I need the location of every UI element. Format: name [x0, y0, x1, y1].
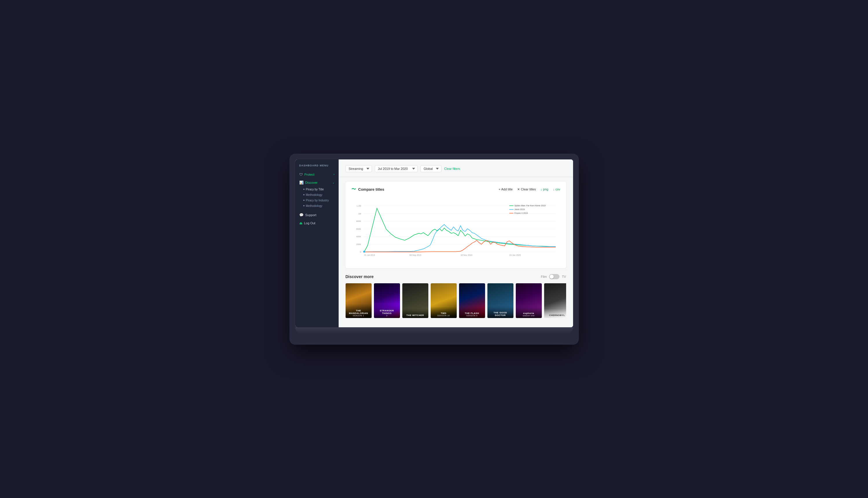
poster-label-euphoria: euphoriaseason one [516, 307, 542, 318]
sidebar-label-logout: Log Out [304, 221, 315, 225]
svg-text:400K: 400K [356, 235, 361, 238]
poster-label-chernobyl: CHERNOBYL [544, 309, 566, 318]
compare-title-text: Compare titles [358, 187, 384, 192]
compare-actions: + Add title ✕ Clear titles ↓ png ↓ csv [499, 187, 560, 191]
logout-icon: ⏏ [299, 221, 302, 225]
svg-text:24 Jan 2020: 24 Jan 2020 [509, 254, 521, 257]
poster-twd[interactable]: TWDSEASON 10 [431, 283, 457, 318]
support-icon: 💬 [299, 213, 304, 217]
svg-text:Joker 2019: Joker 2019 [514, 208, 525, 211]
export-png-button[interactable]: ↓ png [541, 187, 549, 191]
dot-piracy-industry [303, 200, 304, 201]
sidebar-item-protect[interactable]: 🛡 Protect › [295, 170, 339, 179]
clear-titles-button[interactable]: ✕ Clear titles [517, 187, 536, 191]
sidebar-label-discover: Discover [305, 181, 318, 184]
filters-bar: Streaming Theatrical All Jul 2019 to Mar… [345, 165, 566, 172]
main-content: Streaming Theatrical All Jul 2019 to Mar… [339, 159, 573, 327]
streaming-filter[interactable]: Streaming Theatrical All [345, 165, 372, 172]
wave-icon: 〜 [351, 186, 356, 193]
poster-stranger2[interactable]: STRANGER THINGS3 [374, 283, 400, 318]
svg-text:0: 0 [360, 251, 361, 253]
sidebar-label-protect: Protect [304, 173, 315, 176]
add-title-button[interactable]: + Add title [499, 187, 513, 191]
dot-methodology-1 [303, 194, 304, 195]
clear-filters-button[interactable]: Clear filters [444, 167, 460, 170]
sidebar-sub-methodology-2[interactable]: Methodology [295, 203, 339, 209]
posters-row: THE MANDALORIANSEASON 1 STRANGER THINGS3… [345, 283, 566, 318]
poster-label-mandalorian: THE MANDALORIANSEASON 1 [345, 304, 372, 318]
poster-label-witcher: THE WITCHER [402, 309, 428, 318]
svg-text:16 Nov 2019: 16 Nov 2019 [460, 254, 472, 257]
sidebar-item-discover[interactable]: 📊 Discover ⌄ [295, 179, 339, 187]
compare-title-block: 〜 Compare titles [351, 186, 384, 193]
svg-text:01 Jul 2019: 01 Jul 2019 [364, 254, 375, 257]
poster-flash[interactable]: THE FLASHSEASON 6 [459, 283, 485, 318]
discover-section: Discover more Film TV THE MANDALORIANSEA… [345, 274, 566, 318]
svg-text:600K: 600K [356, 227, 361, 230]
poster-label-flash: THE FLASHSEASON 6 [459, 307, 485, 318]
poster-label-twd: TWDSEASON 10 [431, 307, 457, 318]
sidebar-item-support[interactable]: 💬 Support [295, 211, 339, 219]
tv-label: TV [562, 275, 566, 278]
discover-header: Discover more Film TV [345, 274, 566, 279]
sidebar-item-logout[interactable]: ⏏ Log Out [295, 219, 339, 227]
dot-methodology-2 [303, 205, 304, 206]
film-tv-toggle[interactable] [549, 274, 560, 279]
svg-rect-21 [509, 209, 513, 210]
discover-title: Discover more [345, 274, 374, 279]
sidebar-label-support: Support [305, 213, 317, 217]
sidebar-sub-piracy-title[interactable]: Piracy by Title [295, 187, 339, 192]
poster-label-stranger2: STRANGER THINGS3 [374, 304, 400, 318]
svg-text:200K: 200K [356, 243, 361, 245]
film-tv-toggle-area: Film TV [541, 274, 566, 279]
sidebar-label-methodology-1: Methodology [306, 193, 323, 196]
svg-text:800K: 800K [356, 220, 361, 223]
sidebar-label-piracy-industry: Piracy by Industry [306, 199, 329, 202]
sidebar-sub-piracy-industry[interactable]: Piracy by Industry [295, 198, 339, 203]
date-filter[interactable]: Jul 2019 to Mar 2020 Jan 2019 to Dec 201… [375, 165, 418, 172]
sidebar: DASHBOARD MENU 🛡 Protect › 📊 Discover ⌄ … [295, 159, 339, 327]
poster-gooddoctor[interactable]: THE GOOD DOCTOR [487, 283, 513, 318]
poster-label-gooddoctor: THE GOOD DOCTOR [487, 306, 513, 318]
sidebar-label-methodology-2: Methodology [306, 204, 323, 208]
poster-euphoria[interactable]: euphoriaseason one [516, 283, 542, 318]
protect-icon: 🛡 [299, 172, 303, 176]
svg-text:1.2M: 1.2M [356, 205, 361, 207]
svg-text:08 Sep 2019: 08 Sep 2019 [409, 254, 421, 257]
poster-witcher[interactable]: THE WITCHER [402, 283, 428, 318]
poster-chernobyl[interactable]: CHERNOBYL [544, 283, 566, 318]
region-filter[interactable]: Global US EU APAC [421, 165, 442, 172]
chart-area: 1.2M 1M 800K 600K 400K 200K 0 01 Jul 201… [351, 197, 560, 264]
sidebar-label-piracy-title: Piracy by Title [306, 188, 324, 191]
filter-divider [339, 177, 573, 177]
svg-rect-19 [509, 206, 513, 206]
chart-svg: 1.2M 1M 800K 600K 400K 200K 0 01 Jul 201… [351, 197, 560, 264]
sidebar-title: DASHBOARD MENU [295, 164, 339, 170]
poster-mandalorian[interactable]: THE MANDALORIANSEASON 1 [345, 283, 372, 318]
svg-text:Spider-Man: Far from Home 2019: Spider-Man: Far from Home 2019 [514, 204, 545, 207]
sidebar-sub-methodology-1[interactable]: Methodology [295, 192, 339, 198]
compare-header: 〜 Compare titles + Add title ✕ Clear tit… [351, 186, 560, 193]
svg-rect-23 [509, 213, 513, 213]
dot-piracy-title [303, 189, 304, 190]
svg-point-18 [363, 251, 365, 252]
export-csv-button[interactable]: ↓ csv [553, 187, 560, 191]
chevron-discover: ⌄ [332, 181, 334, 184]
compare-section: 〜 Compare titles + Add title ✕ Clear tit… [345, 182, 566, 268]
film-label: Film [541, 275, 547, 278]
svg-text:1M: 1M [358, 212, 361, 215]
chevron-protect: › [333, 173, 334, 176]
svg-text:Frozen II 2019: Frozen II 2019 [514, 212, 528, 214]
discover-icon: 📊 [299, 181, 304, 185]
toggle-knob [550, 275, 554, 279]
